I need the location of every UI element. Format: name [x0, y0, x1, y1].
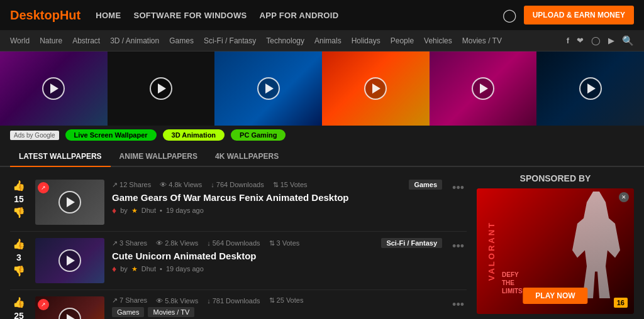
age-rating-badge: 16 — [614, 298, 628, 308]
more-button-2[interactable]: ••• — [450, 238, 467, 254]
sponsored-ad[interactable]: VALORANT DEFYTHELIMITS ✕ PLAY NOW 16 — [477, 188, 634, 314]
wallpaper-item-2: 👍 3 👎 ↗ 3 Shares 👁 2.8k Views ↓ 564 Down… — [10, 232, 467, 290]
category-tag-2[interactable]: Sci-Fi / Fantasy — [381, 238, 442, 248]
author-by-2: by — [120, 265, 128, 273]
cat-abstract[interactable]: Abstract — [72, 36, 100, 45]
nav-software[interactable]: SOFTWARE FOR WINDOWS — [133, 11, 247, 20]
ad-label: Ads by Google — [10, 131, 59, 140]
user-icon[interactable]: ◯ — [502, 8, 516, 23]
vote-label-1: ⇅ 15 Votes — [273, 181, 308, 189]
wp-author-2: ♦ by ★ Dhut • 19 days ago — [112, 264, 442, 274]
banner-strip — [0, 51, 644, 126]
social-icons: f ❤ ◯ ▶ 🔍 — [567, 35, 634, 46]
tag-games[interactable]: Games — [112, 307, 144, 317]
vote-col-1: 👍 15 👎 — [10, 180, 28, 219]
tag-movies[interactable]: Movies / TV — [148, 307, 194, 317]
vote-count-3: 25 — [14, 311, 24, 319]
upvote-2[interactable]: 👍 — [13, 238, 25, 250]
more-button-3[interactable]: ••• — [450, 296, 467, 313]
ad-pill-gaming[interactable]: PC Gaming — [231, 129, 286, 141]
pinterest-icon[interactable]: ❤ — [577, 36, 584, 45]
category-bar: World Nature Abstract 3D / Animation Gam… — [0, 30, 644, 51]
vote-label-2: ⇅ 3 Votes — [269, 239, 300, 247]
cat-tech[interactable]: Technology — [266, 36, 304, 45]
cat-animals[interactable]: Animals — [314, 36, 341, 45]
cat-vehicles[interactable]: Vehicles — [424, 36, 452, 45]
thumbnail-1[interactable]: ↗ — [35, 180, 104, 225]
thumbnail-2[interactable] — [35, 238, 104, 283]
search-icon[interactable]: 🔍 — [622, 35, 634, 46]
cat-holidays[interactable]: Holidays — [352, 36, 380, 45]
share-count-2: ↗ 3 Shares — [112, 239, 147, 247]
author-by-1: by — [120, 207, 128, 214]
view-count-1: 👁 4.8k Views — [160, 181, 202, 188]
youtube-icon[interactable]: ▶ — [608, 36, 614, 45]
wp-info-2: ↗ 3 Shares 👁 2.8k Views ↓ 564 Downloads … — [112, 238, 442, 274]
wp-meta-3: ↗ 7 Shares 👁 5.8k Views ↓ 781 Downloads … — [112, 296, 442, 305]
logo-hut: Hut — [60, 8, 80, 22]
downvote-1[interactable]: 👎 — [13, 207, 25, 219]
ad-pill-live[interactable]: Live Screen Wallpaper — [65, 129, 157, 141]
cat-games[interactable]: Games — [169, 36, 194, 45]
nav-android[interactable]: APP FOR ANDROID — [259, 11, 338, 20]
cat-world[interactable]: World — [10, 36, 30, 45]
author-name-2[interactable]: Dhut — [142, 265, 156, 273]
tabs-row: LATEST WALLPAPERS ANIME WALLPAPERS 4K WA… — [0, 144, 644, 167]
author-age-2: 19 days ago — [166, 265, 204, 273]
sidebar: SPONSORED BY VALORANT DEFYTHELIMITS ✕ PL… — [477, 173, 634, 319]
multi-tag-3: Games Movies / TV — [112, 307, 442, 317]
sponsored-title: SPONSORED BY — [477, 173, 634, 183]
wallpaper-item-1: 👍 15 👎 ↗ ↗ 12 Shares 👁 4.8k Views ↓ 764 … — [10, 173, 467, 232]
reddit-icon[interactable]: ◯ — [591, 36, 601, 45]
wp-meta-2: ↗ 3 Shares 👁 2.8k Views ↓ 564 Downloads … — [112, 238, 442, 248]
upvote-3[interactable]: 👍 — [13, 296, 25, 308]
gem-icon-1: ♦ — [112, 205, 116, 215]
banner-item-2[interactable] — [108, 51, 215, 126]
vote-count-1: 15 — [14, 194, 24, 204]
tab-anime[interactable]: ANIME WALLPAPERS — [111, 147, 206, 167]
tab-4k[interactable]: 4K WALLPAPERS — [206, 147, 287, 167]
vote-label-3: ⇅ 25 Votes — [269, 296, 304, 305]
vote-col-2: 👍 3 👎 — [10, 238, 28, 277]
logo[interactable]: DesktopHut — [10, 8, 80, 23]
ad-bar: Ads by Google Live Screen Wallpaper 3D A… — [0, 126, 644, 144]
ad-close-icon[interactable]: ✕ — [619, 192, 629, 202]
upvote-1[interactable]: 👍 — [13, 180, 25, 192]
play-now-button[interactable]: PLAY NOW — [523, 288, 587, 304]
cat-nature[interactable]: Nature — [40, 36, 62, 45]
download-count-1: ↓ 764 Downloads — [211, 181, 264, 188]
defy-text: DEFYTHELIMITS — [502, 271, 523, 295]
cat-people[interactable]: People — [391, 36, 414, 45]
downvote-2[interactable]: 👎 — [13, 265, 25, 277]
more-button-1[interactable]: ••• — [450, 180, 467, 196]
ad-pill-3d[interactable]: 3D Animation — [163, 129, 225, 141]
nav-home[interactable]: HOME — [96, 11, 121, 20]
banner-item-1[interactable] — [0, 51, 108, 126]
share-count-3: ↗ 7 Shares — [112, 296, 147, 305]
wp-title-2[interactable]: Cute Unicorn Animated Desktop — [112, 251, 442, 261]
author-dot-1: • — [160, 207, 162, 214]
vote-col-3: 👍 25 👎 — [10, 296, 28, 319]
cat-scifi[interactable]: Sci-Fi / Fantasy — [204, 36, 256, 45]
banner-item-6[interactable] — [536, 51, 644, 126]
author-age-1: 19 days ago — [166, 207, 204, 214]
wp-title-1[interactable]: Game Gears Of War Marcus Fenix Animated … — [112, 192, 442, 203]
gem-icon-2: ♦ — [112, 264, 116, 274]
view-count-2: 👁 2.8k Views — [156, 239, 198, 247]
nav-right: ◯ UPLOAD & EARN MONEY — [502, 6, 634, 24]
logo-desktop: Desktop — [10, 8, 60, 22]
cat-3d[interactable]: 3D / Animation — [110, 36, 159, 45]
category-tag-1[interactable]: Games — [409, 180, 442, 190]
banner-item-4[interactable] — [322, 51, 430, 126]
thumbnail-3[interactable]: ↗ — [35, 296, 104, 319]
author-name-1[interactable]: Dhut — [142, 207, 156, 214]
banner-item-5[interactable] — [430, 51, 537, 126]
wp-author-1: ♦ by ★ Dhut • 19 days ago — [112, 205, 442, 215]
facebook-icon[interactable]: f — [567, 36, 569, 45]
star-icon-1: ★ — [131, 207, 138, 215]
upload-button[interactable]: UPLOAD & EARN MONEY — [524, 6, 634, 24]
tab-latest[interactable]: LATEST WALLPAPERS — [10, 147, 111, 167]
navbar: DesktopHut HOME SOFTWARE FOR WINDOWS APP… — [0, 0, 644, 30]
banner-item-3[interactable] — [214, 51, 322, 126]
cat-movies[interactable]: Movies / TV — [462, 36, 502, 45]
